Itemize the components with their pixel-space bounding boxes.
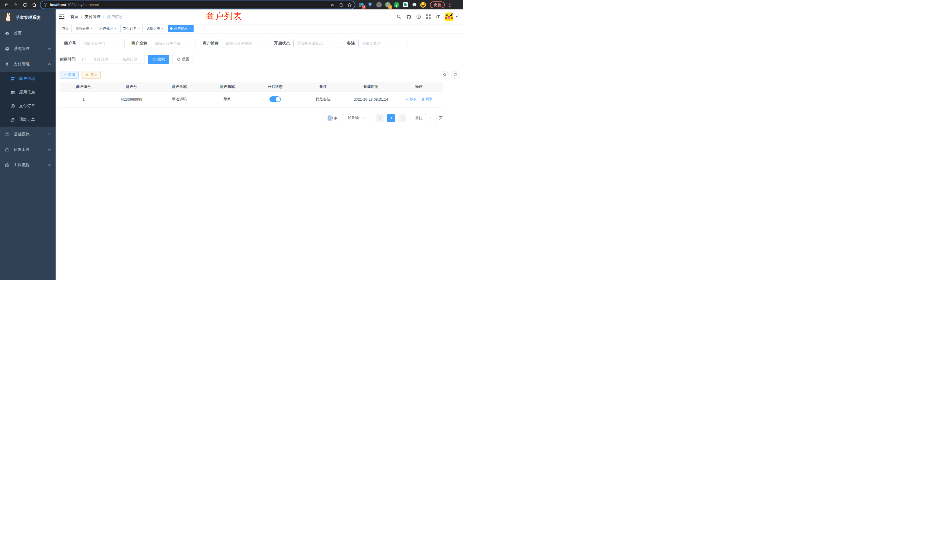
tab-process-form[interactable]: 流程表单× (73, 25, 95, 32)
tab-merchant-info[interactable]: 商户信息× (168, 25, 194, 32)
password-key-icon[interactable] (330, 3, 335, 7)
extension-command-icon[interactable] (376, 2, 382, 8)
create-time-range-input[interactable]: 开始日期 - 结束日期 (79, 55, 145, 64)
prev-page-button[interactable] (376, 114, 383, 122)
extension-docs-icon[interactable] (402, 2, 408, 8)
active-dot (170, 27, 172, 30)
bookmark-star-icon[interactable] (347, 3, 352, 7)
cell-status (251, 91, 299, 107)
document-icon (10, 118, 15, 122)
status-select[interactable]: 请选择开启状态 (294, 39, 340, 48)
grid-icon (10, 90, 15, 95)
goto-page-input[interactable] (425, 114, 436, 122)
hide-search-icon-button[interactable] (441, 71, 448, 79)
browser-forward-icon[interactable] (12, 1, 19, 9)
breadcrumb-home[interactable]: 首页 (70, 14, 79, 20)
toolbox-icon (5, 147, 9, 152)
next-page-button[interactable] (399, 114, 406, 122)
url-text: localhost:1024/pay/merchant (50, 3, 99, 7)
goto-unit: 页 (439, 115, 443, 121)
sidebar: 芋道管理系统 首页 系统管理 ¥ 支付管理 商户信息 (0, 9, 56, 280)
delete-link[interactable]: 删除 (421, 97, 432, 101)
close-icon[interactable]: × (162, 27, 163, 30)
export-button[interactable]: 导出 (82, 71, 101, 79)
close-icon[interactable]: × (114, 27, 117, 30)
github-icon[interactable] (406, 14, 412, 20)
sidebar-item-dev-tools[interactable]: 研发工具 (0, 142, 56, 157)
tab-user-group[interactable]: 用户分组× (97, 25, 119, 32)
pencil-icon (406, 97, 409, 101)
start-date-placeholder: 开始日期 (89, 57, 112, 62)
user-avatar[interactable] (445, 12, 458, 21)
sidebar-item-pay-order[interactable]: ¥ 支付订单 (0, 99, 56, 113)
sidebar-item-home[interactable]: 首页 (0, 26, 56, 41)
pagination-total: 共1条 (328, 115, 338, 121)
add-button[interactable]: 新增 (60, 71, 79, 79)
browser-menu-icon[interactable] (447, 2, 452, 8)
page-content: 商户号 商户全称 商户简称 开启状态 请选择开启状态 (56, 33, 463, 122)
browser-home-icon[interactable] (30, 1, 38, 9)
edit-link[interactable]: 修改 (406, 97, 416, 101)
help-icon[interactable]: ? (416, 14, 421, 19)
search-button[interactable]: 搜索 (148, 55, 169, 64)
extension-puzzle-icon[interactable] (412, 2, 417, 8)
browser-reload-icon[interactable] (21, 1, 29, 9)
reset-button[interactable]: 重置 (172, 55, 194, 64)
cell-remark: 我是备注 (299, 91, 347, 107)
merchant-short-input[interactable] (222, 39, 267, 48)
merchant-table: 商户编号 商户号 商户全称 商户简称 开启状态 备注 创建时间 操作 1 M23… (60, 82, 443, 107)
sidebar-collapse-icon[interactable] (59, 14, 65, 20)
close-icon[interactable]: × (189, 27, 191, 30)
col-merchant-no: 商户号 (107, 82, 155, 91)
font-size-icon[interactable]: TT (436, 15, 440, 19)
cell-full-name: 芋道源码 (155, 91, 203, 107)
browser-update-button[interactable]: 更新 (430, 2, 445, 8)
table-toolbar: 新增 导出 (60, 71, 459, 79)
extension-emoji-icon[interactable] (420, 2, 426, 8)
extension-y-icon[interactable]: y (394, 2, 399, 8)
tab-refund-order[interactable]: 退款订单× (144, 25, 166, 32)
col-remark: 备注 (299, 82, 347, 91)
breadcrumb-payment[interactable]: 支付管理 (85, 14, 101, 20)
create-time-label: 创建时间 (60, 57, 79, 62)
refresh-icon-button[interactable] (451, 71, 459, 79)
close-icon[interactable]: × (138, 27, 140, 30)
chevron-down-icon (48, 48, 51, 50)
extension-scripts-icon[interactable]: 10 (359, 2, 364, 8)
merchant-no-label: 商户号 (64, 41, 80, 46)
merchant-name-input[interactable] (151, 39, 196, 48)
sidebar-item-merchant-info[interactable]: 商户信息 (0, 72, 56, 86)
cell-created-at: 2021-10-23 08:31:14 (347, 91, 395, 107)
sidebar-item-app-info[interactable]: 应用信息 (0, 86, 56, 99)
table-header-row: 商户编号 商户号 商户全称 商户简称 开启状态 备注 创建时间 操作 (60, 82, 443, 91)
share-icon[interactable] (339, 3, 343, 7)
status-toggle[interactable] (269, 96, 281, 102)
fullscreen-icon[interactable] (426, 14, 431, 19)
browser-address-bar[interactable]: localhost:1024/pay/merchant (41, 1, 355, 9)
sidebar-item-payment[interactable]: ¥ 支付管理 (0, 56, 56, 72)
calendar-icon (82, 57, 86, 62)
app-logo[interactable]: 芋道管理系统 (0, 9, 56, 26)
extension-gem-icon[interactable] (367, 2, 373, 8)
tab-home[interactable]: 首页 (60, 25, 71, 32)
gear-icon (5, 47, 9, 51)
page-size-select[interactable]: 10条/页 (342, 114, 370, 122)
chevron-down-icon (48, 148, 51, 151)
page-1-button[interactable]: 1 (387, 114, 395, 122)
yen-circle-icon: ¥ (10, 104, 15, 108)
sidebar-item-workflow[interactable]: 工作流程 (0, 157, 56, 173)
remark-input[interactable] (359, 39, 407, 48)
close-icon[interactable]: × (91, 27, 93, 30)
merchant-no-input[interactable] (80, 39, 125, 48)
sidebar-item-infrastructure[interactable]: 基础设施 (0, 127, 56, 142)
tab-pay-order[interactable]: 支付订单× (120, 25, 142, 32)
search-icon[interactable] (396, 14, 401, 19)
extension-proxy-icon[interactable]: 1 (385, 2, 390, 8)
sidebar-item-system[interactable]: 系统管理 (0, 41, 56, 56)
sidebar-item-refund-order[interactable]: 退款订单 (0, 113, 56, 127)
browser-back-icon[interactable] (2, 1, 10, 9)
caret-down-icon (455, 16, 458, 17)
site-info-icon[interactable] (43, 3, 48, 7)
browser-extensions: 10 1 y (359, 2, 426, 8)
app-title: 芋道管理系统 (16, 15, 41, 20)
